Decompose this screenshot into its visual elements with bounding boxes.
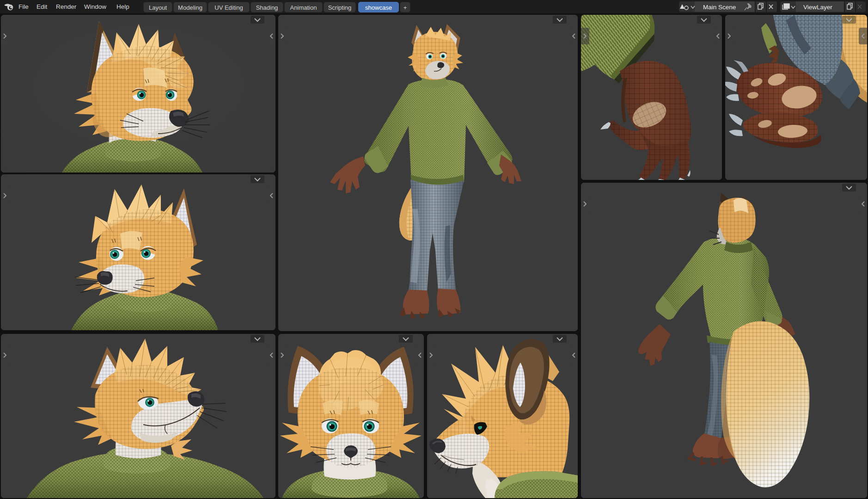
svg-text:Main Scene: Main Scene xyxy=(703,4,736,11)
svg-text:ViewLayer: ViewLayer xyxy=(803,4,832,11)
